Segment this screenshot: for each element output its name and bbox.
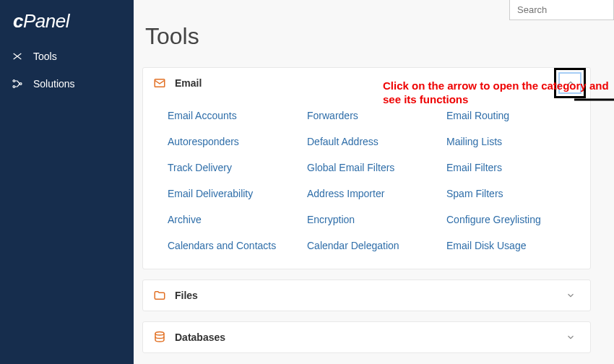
tool-link[interactable]: Spam Filters [446, 181, 580, 207]
tool-link[interactable]: Global Email Filters [307, 155, 441, 181]
email-icon [153, 77, 166, 90]
sidebar-item-label: Tools [33, 51, 57, 62]
category-title: Email [175, 77, 202, 89]
collapse-toggle[interactable] [557, 69, 584, 97]
sidebar-item-solutions[interactable]: Solutions [0, 70, 134, 98]
tool-link[interactable]: Email Filters [446, 155, 580, 181]
tool-link[interactable]: Default Address [307, 129, 441, 155]
category-header-email[interactable]: Email [143, 68, 590, 98]
tools-icon [12, 51, 23, 62]
tool-link[interactable]: Email Accounts [168, 103, 301, 129]
tool-link[interactable]: Configure Greylisting [446, 207, 580, 233]
main-content: Tools Email Email Accounts Forwarders Em… [134, 0, 614, 364]
expand-toggle[interactable] [557, 324, 584, 351]
chevron-down-icon [566, 290, 576, 300]
tool-link[interactable]: Email Routing [446, 103, 580, 129]
brand-logo: ccPanelPanel [0, 0, 134, 38]
tool-link[interactable]: Forwarders [307, 103, 441, 129]
search-input[interactable] [509, 0, 614, 20]
tool-link[interactable]: Track Delivery [168, 155, 301, 181]
svg-point-2 [20, 83, 22, 85]
folder-icon [153, 289, 166, 302]
page-title: Tools [145, 23, 591, 50]
category-email: Email Email Accounts Forwarders Email Ro… [142, 67, 591, 269]
category-databases: Databases [142, 321, 591, 353]
category-files: Files [142, 280, 591, 311]
tool-link[interactable]: Calendars and Contacts [168, 233, 301, 259]
chevron-up-icon [566, 78, 576, 88]
expand-toggle[interactable] [557, 282, 584, 309]
category-body-email: Email Accounts Forwarders Email Routing … [143, 98, 590, 269]
tool-link[interactable]: Calendar Delegation [307, 233, 441, 259]
tool-link[interactable]: Encryption [307, 207, 441, 233]
category-header-databases[interactable]: Databases [143, 322, 590, 352]
category-header-files[interactable]: Files [143, 280, 590, 311]
tool-link[interactable]: Email Disk Usage [446, 233, 580, 259]
svg-point-4 [155, 332, 164, 336]
tool-link[interactable]: Email Deliverability [168, 181, 301, 207]
category-title: Files [175, 290, 198, 301]
sidebar-item-tools[interactable]: Tools [0, 43, 134, 70]
chevron-down-icon [566, 332, 576, 342]
sidebar: ccPanelPanel Tools Solutions [0, 0, 134, 364]
solutions-icon [12, 78, 23, 90]
svg-point-1 [13, 86, 15, 88]
sidebar-item-label: Solutions [33, 78, 75, 90]
svg-point-0 [13, 80, 15, 82]
category-title: Databases [175, 332, 225, 343]
tool-link[interactable]: Mailing Lists [446, 129, 580, 155]
database-icon [153, 331, 166, 344]
tool-link[interactable]: Archive [168, 207, 301, 233]
tool-link[interactable]: Address Importer [307, 181, 441, 207]
tool-link[interactable]: Autoresponders [168, 129, 301, 155]
